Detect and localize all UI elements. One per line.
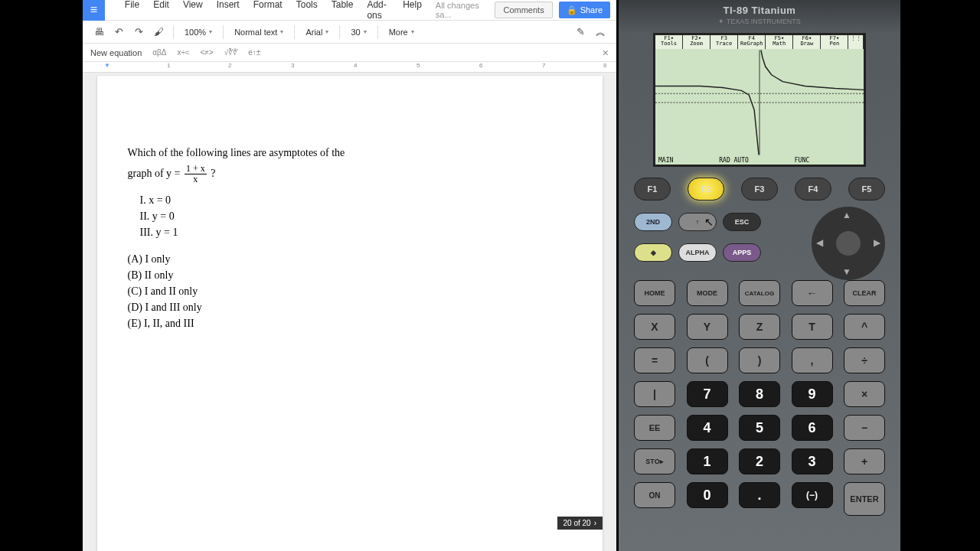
pipe-button[interactable]: | (634, 381, 675, 407)
f2-button[interactable]: F2 (688, 178, 724, 201)
collapse-icon[interactable]: ︽ (592, 24, 609, 41)
diamond-button[interactable]: ◆ (634, 243, 672, 262)
doc-canvas[interactable]: Which of the following lines are asympto… (83, 73, 616, 551)
8-button[interactable]: 8 (739, 381, 780, 407)
f1-button[interactable]: F1 (634, 178, 671, 201)
divide-button[interactable]: ÷ (844, 347, 885, 373)
1-button[interactable]: 1 (687, 448, 728, 474)
eq-rel-icon[interactable]: <≠> (200, 48, 213, 57)
f4-button[interactable]: F4 (795, 178, 831, 201)
graph-plot (655, 49, 864, 156)
ruler-marker-icon[interactable]: ▼ (104, 62, 110, 69)
z-button[interactable]: Z (739, 314, 780, 340)
docs-logo-icon[interactable]: ≡ (83, 0, 105, 21)
menu-table[interactable]: Table (325, 0, 360, 24)
chevron-right-icon: › (594, 519, 596, 527)
equation-toolbar: New equation αβΔ x÷≈ <≠> √∛∜ e↑± × (83, 44, 616, 62)
6-button[interactable]: 6 (792, 415, 833, 441)
answer-list: (A) I only (B) II only (C) I and II only… (128, 251, 572, 331)
eq-ops-icon[interactable]: x÷≈ (178, 48, 190, 57)
menu-insert[interactable]: Insert (211, 0, 246, 24)
doc-page[interactable]: Which of the following lines are asympto… (97, 76, 603, 551)
clear-button[interactable]: CLEAR (844, 280, 885, 306)
apps-button[interactable]: APPS (723, 243, 761, 262)
dpad-center[interactable] (836, 231, 861, 256)
new-equation-label[interactable]: New equation (90, 48, 142, 57)
sto-button[interactable]: STO▸ (634, 448, 675, 474)
menu-view[interactable]: View (177, 0, 209, 24)
comma-button[interactable]: , (792, 347, 833, 373)
esc-button[interactable]: ESC (723, 213, 761, 231)
caret-button[interactable]: ^ (844, 314, 885, 340)
fmenu-f7: F7▾Pen (821, 35, 848, 49)
7-button[interactable]: 7 (687, 381, 728, 407)
ruler-tick: 2 (228, 62, 231, 69)
frac-num: 1 + x (185, 164, 207, 174)
plus-button[interactable]: + (844, 448, 885, 474)
5-button[interactable]: 5 (739, 415, 780, 441)
page-ind-label: 20 of 20 (564, 519, 591, 527)
rparen-button[interactable]: ) (739, 347, 780, 373)
calc-buttons: F1 F2 F3 F4 F5 2ND ↑ ESC ◆ ALPHA APPS (619, 167, 900, 531)
f5-button[interactable]: F5 (848, 178, 885, 201)
lparen-button[interactable]: ( (687, 347, 728, 373)
more-select[interactable]: More (384, 25, 419, 39)
alpha-button[interactable]: ALPHA (678, 243, 717, 262)
second-button[interactable]: 2ND (634, 213, 672, 231)
save-message: All changes sa... (436, 1, 495, 19)
size-select[interactable]: 30 (346, 25, 371, 39)
f3-button[interactable]: F3 (741, 178, 778, 201)
comments-button[interactable]: Comments (495, 2, 552, 18)
redo-icon[interactable]: ↷ (130, 24, 147, 41)
arrow-right-icon[interactable]: ▶ (874, 237, 880, 248)
ruler-tick: 7 (542, 62, 545, 69)
paint-icon[interactable]: 🖌 (150, 24, 167, 41)
backspace-button[interactable]: ← (792, 280, 833, 306)
neg-button[interactable]: (−) (792, 482, 833, 508)
share-button[interactable]: 🔒Share (559, 2, 610, 18)
menu-format[interactable]: Format (247, 0, 289, 24)
zoom-select[interactable]: 100% (180, 25, 217, 39)
home-button[interactable]: HOME (634, 280, 675, 306)
fmenu-f6: F6▾Draw (793, 35, 821, 49)
undo-icon[interactable]: ↶ (110, 24, 127, 41)
t-button[interactable]: T (792, 314, 833, 340)
question-line1: Which of the following lines are asympto… (128, 145, 572, 161)
4-button[interactable]: 4 (687, 415, 728, 441)
print-icon[interactable]: 🖶 (90, 24, 107, 41)
on-button[interactable]: ON (634, 482, 675, 508)
2-button[interactable]: 2 (739, 448, 780, 474)
multiply-button[interactable]: × (844, 381, 885, 407)
eq-close-icon[interactable]: × (603, 47, 609, 59)
eq-root-icon[interactable]: √∛∜ (224, 48, 238, 57)
ruler-tick: 5 (416, 62, 420, 69)
shift-button[interactable]: ↑ (678, 213, 717, 231)
menu-help[interactable]: Help (397, 0, 428, 24)
menu-addons[interactable]: Add-ons (361, 0, 395, 24)
mode-button[interactable]: MODE (687, 280, 728, 306)
arrow-down-icon[interactable]: ▼ (842, 266, 851, 277)
menu-tools[interactable]: Tools (290, 0, 324, 24)
ee-button[interactable]: EE (634, 415, 675, 441)
eq-greek-icon[interactable]: αβΔ (152, 48, 166, 57)
3-button[interactable]: 3 (792, 448, 833, 474)
menu-file[interactable]: File (119, 0, 145, 24)
eq-misc-icon[interactable]: e↑± (248, 48, 260, 57)
minus-button[interactable]: − (844, 415, 885, 441)
9-button[interactable]: 9 (792, 381, 833, 407)
style-select[interactable]: Normal text (230, 25, 288, 39)
enter-button[interactable]: ENTER (844, 482, 885, 516)
share-label: Share (580, 5, 603, 15)
menu-edit[interactable]: Edit (147, 0, 175, 24)
pencil-icon[interactable]: ✎ (572, 24, 589, 41)
dot-button[interactable]: . (739, 482, 780, 508)
arrow-up-icon[interactable]: ▲ (842, 210, 851, 220)
arrow-left-icon[interactable]: ◀ (816, 237, 823, 248)
0-button[interactable]: 0 (687, 482, 728, 508)
dpad[interactable]: ▲ ▼ ◀ ▶ (812, 207, 885, 280)
catalog-button[interactable]: CATALOG (739, 280, 780, 306)
equals-button[interactable]: = (634, 347, 675, 373)
x-button[interactable]: X (634, 314, 675, 340)
font-select[interactable]: Arial (301, 25, 333, 39)
y-button[interactable]: Y (687, 314, 728, 340)
